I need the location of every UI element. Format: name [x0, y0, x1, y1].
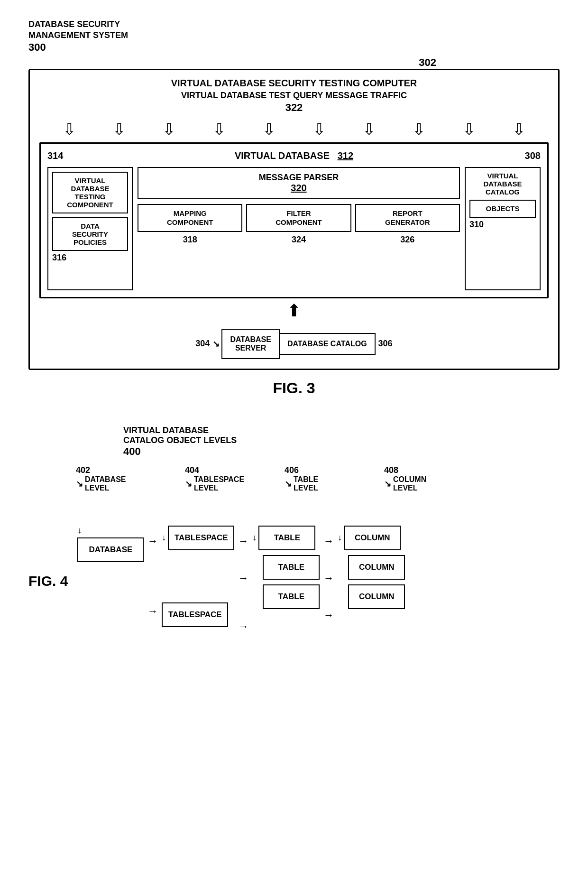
fig4-level-label-1: 404 ↘ TABLESPACE LEVEL	[185, 465, 285, 492]
arrow-down-8: ⇩	[412, 120, 425, 139]
fig4-db-down-arrow: ↓	[77, 526, 82, 536]
fig3-sub2-num: 324	[246, 235, 351, 245]
fig4-level-1-arrow: ↘	[185, 479, 192, 489]
fig3-left-box1-line4: COMPONENT	[57, 201, 123, 209]
fig3-arrow-up: ⬆	[39, 302, 549, 319]
fig4-ts1-down-arrow: ↓	[162, 533, 166, 543]
fig4-database-box: DATABASE	[77, 537, 144, 562]
fig3-dbcatalog-num: 306	[378, 339, 393, 349]
fig3-parser-box: MESSAGE PARSER 320	[138, 167, 460, 199]
fig3-sub3-num: 326	[355, 235, 460, 245]
fig4-level-1-num: 404	[185, 465, 285, 475]
fig3-dbserver-title-line2: SERVER	[230, 344, 271, 352]
fig3-sub2-line2: COMPONENT	[250, 218, 347, 227]
page: DATABASE SECURITY MANAGEMENT SYSTEM 300 …	[0, 0, 588, 652]
fig4-level-2-arrow: ↘	[285, 479, 292, 489]
fig3-right-num: 310	[469, 220, 484, 230]
fig4-tablespace-col: ↓ TABLESPACE TABLESPACE	[162, 526, 234, 627]
fig4-arrow-t-c2: →	[320, 572, 338, 584]
fig4-table-box-1: TABLE	[263, 555, 320, 580]
fig3-top-label: DATABASE SECURITY MANAGEMENT SYSTEM 300	[28, 19, 128, 54]
fig3-sub-box2: FILTER COMPONENT	[246, 204, 351, 232]
fig4-arrow-ts-t3: →	[234, 620, 252, 633]
fig3-left-box2-line1: DATA	[57, 222, 123, 230]
fig4-level-2-name1: TABLE	[294, 475, 318, 484]
fig4-arrow-t-c1: →	[320, 535, 338, 547]
fig3-left-box2-line3: POLICIES	[57, 238, 123, 246]
fig4-table-box-2: TABLE	[263, 584, 320, 609]
fig4-arrow-t-c3: →	[320, 609, 338, 621]
fig4-title-block: VIRTUAL DATABASE CATALOG OBJECT LEVELS 4…	[123, 426, 560, 458]
fig4-arrow-ts-t2: →	[234, 572, 252, 584]
fig4-level-2-name2: LEVEL	[294, 484, 318, 492]
fig3-parser-num: 320	[143, 183, 454, 194]
fig4-level-0-name2: LEVEL	[85, 484, 126, 492]
fig3-dbcatalog-title: DATABASE CATALOG	[287, 340, 367, 348]
fig3-vdb-title: VIRTUAL DATABASE 312	[235, 150, 353, 161]
fig3-left-col: VIRTUAL DATABASE TESTING COMPONENT DATA …	[47, 167, 133, 290]
fig3-sub1-line2: COMPONENT	[141, 218, 239, 227]
fig3-dbcatalog-box: DATABASE CATALOG	[280, 333, 376, 355]
fig3-vdb-columns: VIRTUAL DATABASE TESTING COMPONENT DATA …	[47, 167, 541, 290]
fig3-sub1-num: 318	[138, 235, 242, 245]
fig4-level-label-3: 408 ↘ COLUMN LEVEL	[384, 465, 479, 492]
fig4-table-box-0: TABLE	[258, 526, 315, 550]
fig4-db-col: ↓ DATABASE	[77, 526, 144, 562]
fig4-level-3-arrow: ↘	[384, 479, 391, 489]
fig3-sub2-line1: FILTER	[250, 209, 347, 218]
fig4-level-2-num: 406	[285, 465, 384, 475]
fig4-level-3-num: 408	[384, 465, 479, 475]
arrow-down-9: ⇩	[462, 120, 476, 139]
fig4-title-line2: CATALOG OBJECT LEVELS	[123, 435, 560, 445]
fig4-t1-down-arrow: ↓	[252, 533, 257, 543]
fig3-left-box1: VIRTUAL DATABASE TESTING COMPONENT	[52, 172, 128, 213]
fig3-section: DATABASE SECURITY MANAGEMENT SYSTEM 300 …	[28, 19, 560, 397]
fig3-sub1-line1: MAPPING	[141, 209, 239, 218]
fig4-column-col: ↓ COLUMN COLUMN COLUMN	[338, 526, 405, 609]
fig4-column-box-2: COLUMN	[348, 584, 405, 609]
fig3-mid-sub-row: MAPPING COMPONENT FILTER COMPONENT REPOR…	[138, 204, 460, 232]
fig4-arrow-db-ts2: →	[144, 605, 162, 618]
fig3-top-label-line1: DATABASE SECURITY	[28, 19, 120, 30]
fig3-sub-box1: MAPPING COMPONENT	[138, 204, 242, 232]
fig3-outer-title: VIRTUAL DATABASE SECURITY TESTING COMPUT…	[39, 78, 549, 89]
fig4-arrow-ts-t1: →	[234, 535, 252, 547]
fig4-table-col: ↓ TABLE TABLE TABLE	[252, 526, 320, 609]
fig4-level-3-name2: LEVEL	[393, 484, 426, 492]
fig3-left-box2-line2: SECURITY	[57, 230, 123, 238]
fig4-section: VIRTUAL DATABASE CATALOG OBJECT LEVELS 4…	[28, 426, 560, 633]
fig3-top-num: 300	[28, 41, 46, 54]
fig4-level-3-name1: COLUMN	[393, 475, 426, 484]
fig4-level-0-name1: DATABASE	[85, 475, 126, 484]
fig3-outer-subtitle: VIRTUAL DATABASE TEST QUERY MESSAGE TRAF…	[39, 91, 549, 101]
fig3-dbserver-num: 304	[195, 339, 210, 349]
fig4-arrow-db-ts1: →	[144, 535, 162, 547]
fig3-vdb-num-right: 308	[525, 150, 541, 161]
fig3-left-box2: DATA SECURITY POLICIES	[52, 217, 128, 251]
fig3-left-num: 316	[52, 253, 128, 263]
fig4-column-box-0: COLUMN	[344, 526, 401, 550]
fig3-outer-num: 322	[39, 102, 549, 114]
fig3-ref-302: 302	[419, 56, 436, 69]
arrow-down-10: ⇩	[512, 120, 525, 139]
fig3-left-box1-line3: TESTING	[57, 193, 123, 201]
fig3-vdb-box: 314 VIRTUAL DATABASE 312 308 VIRTUAL D	[39, 142, 549, 298]
fig4-title-num: 400	[123, 445, 560, 458]
arrow-down-1: ⇩	[63, 120, 76, 139]
fig3-outer-box: VIRTUAL DATABASE SECURITY TESTING COMPUT…	[28, 69, 560, 370]
fig3-label: FIG. 3	[28, 379, 560, 397]
fig3-left-box1-line2: DATABASE	[57, 185, 123, 193]
fig3-objects-label: OBJECTS	[486, 204, 520, 213]
arrow-down-7: ⇩	[362, 120, 376, 139]
arrow-down-4: ⇩	[212, 120, 226, 139]
fig3-left-box1-line1: VIRTUAL	[57, 176, 123, 185]
arrow-down-2: ⇩	[112, 120, 126, 139]
fig3-objects-box: OBJECTS	[469, 200, 536, 218]
fig4-tablespace-box-1: TABLESPACE	[162, 602, 228, 627]
fig3-sub-nums: 318 324 326	[138, 235, 460, 245]
fig3-top-label-line2: MANAGEMENT SYSTEM	[28, 30, 128, 41]
fig4-title-line1: VIRTUAL DATABASE	[123, 426, 560, 435]
fig4-level-0-arrow: ↘	[76, 479, 83, 489]
arrow-down-3: ⇩	[162, 120, 175, 139]
fig3-dbserver-row: 304 ↘ DATABASE SERVER DATABASE CATALOG 3…	[39, 329, 549, 359]
